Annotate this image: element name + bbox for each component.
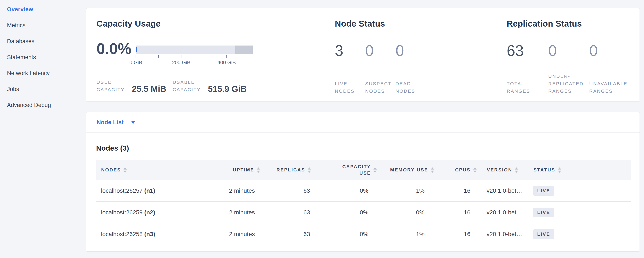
status-cell: LIVE — [526, 223, 631, 245]
live-nodes-stat: 3 LIVE NODES — [335, 43, 365, 95]
column-header-cpus[interactable]: CPUS — [437, 160, 480, 180]
column-header-version[interactable]: VERSION — [480, 160, 526, 180]
column-header-nodes[interactable]: NODES — [96, 160, 210, 180]
unavailable-ranges-value: 0 — [589, 43, 636, 59]
usable-capacity-value: 515.9 GiB — [208, 84, 246, 93]
axis-tick — [136, 55, 136, 58]
column-header-replicas[interactable]: REPLICAS — [263, 160, 314, 180]
nodes-table-wrap: NODES UPTIME REPLICAS — [96, 160, 631, 245]
total-ranges-value: 63 — [507, 43, 548, 59]
node-status-title: Node Status — [335, 19, 385, 29]
node-id: (n1) — [144, 187, 155, 194]
column-label: MEMORY USE — [390, 167, 428, 173]
capacity-use-cell: 0% — [314, 223, 380, 245]
column-label: CPUS — [455, 167, 471, 173]
column-header-uptime[interactable]: UPTIME — [210, 160, 263, 180]
column-header-capacity-use[interactable]: CAPACITY USE — [314, 160, 380, 180]
suspect-nodes-value: 0 — [365, 43, 396, 59]
sidebar-item-databases[interactable]: Databases — [7, 38, 51, 45]
unavailable-ranges-stat: 0 UNAVAILABLE RANGES — [589, 43, 636, 95]
used-capacity-label: USED CAPACITY — [96, 78, 124, 93]
unavailable-ranges-label: UNAVAILABLE RANGES — [589, 80, 636, 95]
axis-label-200gib: 200 GiB — [172, 60, 190, 66]
column-header-memory-use[interactable]: MEMORY USE — [380, 160, 437, 180]
table-row[interactable]: localhost:26259 (n2) 2 minutes 63 0% 0% … — [96, 202, 631, 223]
table-header-row: NODES UPTIME REPLICAS — [96, 160, 631, 180]
cpus-cell: 16 — [437, 223, 480, 245]
capacity-usage-title: Capacity Usage — [96, 19, 161, 29]
label-line: REPLICATED — [548, 80, 589, 87]
label-line: UNDER- — [548, 73, 589, 80]
sort-icon — [558, 167, 561, 173]
capacity-stats: USED CAPACITY 25.5 MiB USABLE CAPACITY 5… — [96, 78, 246, 93]
replication-status-stats: 63 TOTAL RANGES 0 UNDER- REPLICATED RANG… — [507, 43, 636, 95]
node-list-header-row: Node List — [86, 112, 640, 133]
sidebar-item-advanced-debug[interactable]: Advanced Debug — [7, 102, 51, 109]
replicas-cell: 63 — [263, 223, 314, 245]
capacity-bar-chart: 0 GiB 200 GiB 400 GiB — [136, 46, 253, 73]
node-status-stats: 3 LIVE NODES 0 SUSPECT NODES 0 DEAD NODE… — [335, 43, 430, 95]
uptime-cell: 2 minutes — [210, 202, 263, 223]
usable-capacity-label-line2: CAPACITY — [173, 86, 201, 93]
node-address: localhost:26257 — [101, 187, 142, 194]
node-list-dropdown-label: Node List — [96, 119, 124, 126]
sidebar-item-statements[interactable]: Statements — [7, 54, 51, 61]
sidebar-item-overview[interactable]: Overview — [7, 6, 51, 13]
status-badge: LIVE — [533, 229, 554, 239]
live-nodes-label: LIVE NODES — [335, 80, 365, 95]
replicas-cell: 63 — [263, 202, 314, 223]
status-cell: LIVE — [526, 202, 631, 223]
node-address-cell: localhost:26258 (n3) — [96, 223, 210, 245]
status-badge: LIVE — [533, 208, 554, 217]
label-line: RANGES — [589, 87, 636, 95]
suspect-nodes-label: SUSPECT NODES — [365, 80, 396, 95]
sort-icon — [124, 167, 127, 173]
total-ranges-label: TOTAL RANGES — [507, 80, 548, 95]
sort-icon — [473, 167, 476, 173]
sidebar: Overview Metrics Databases Statements Ne… — [7, 6, 51, 118]
status-badge: LIVE — [533, 186, 554, 196]
capacity-bar — [136, 46, 253, 54]
column-label: REPLICAS — [276, 167, 305, 173]
axis-label-400gib: 400 GiB — [218, 60, 236, 66]
nodes-table: NODES UPTIME REPLICAS — [96, 160, 631, 245]
version-cell: v20.1.0-bet… — [480, 223, 526, 245]
capacity-use-cell: 0% — [314, 202, 380, 223]
column-header-status[interactable]: STATUS — [526, 160, 631, 180]
node-list-dropdown[interactable]: Node List — [96, 119, 136, 126]
memory-use-cell: 1% — [380, 180, 437, 202]
capacity-bar-used-segment — [136, 47, 137, 52]
dead-nodes-value: 0 — [396, 43, 430, 59]
sort-icon — [374, 167, 377, 173]
axis-tick — [249, 55, 249, 58]
label-line: RANGES — [548, 87, 589, 95]
label-line: SUSPECT — [365, 80, 396, 87]
under-replicated-ranges-stat: 0 UNDER- REPLICATED RANGES — [548, 43, 589, 95]
used-capacity-label-line1: USED — [96, 78, 124, 86]
sidebar-item-jobs[interactable]: Jobs — [7, 86, 51, 93]
dead-nodes-stat: 0 DEAD NODES — [396, 43, 430, 95]
suspect-nodes-stat: 0 SUSPECT NODES — [365, 43, 396, 95]
axis-tick — [226, 55, 227, 58]
table-row[interactable]: localhost:26258 (n3) 2 minutes 63 0% 1% … — [96, 223, 631, 245]
uptime-cell: 2 minutes — [210, 223, 263, 245]
memory-use-cell: 1% — [380, 223, 437, 245]
sidebar-item-network-latency[interactable]: Network Latency — [7, 70, 51, 77]
nodes-count-heading: Nodes (3) — [96, 144, 640, 152]
usable-capacity-label-line1: USABLE — [173, 78, 201, 86]
replicas-cell: 63 — [263, 180, 314, 202]
axis-tick — [204, 55, 204, 58]
sidebar-item-metrics[interactable]: Metrics — [7, 22, 51, 29]
cpus-cell: 16 — [437, 202, 480, 223]
sort-icon — [515, 167, 518, 173]
column-label: VERSION — [487, 167, 512, 173]
under-replicated-ranges-label: UNDER- REPLICATED RANGES — [548, 73, 589, 95]
node-address-cell: localhost:26257 (n1) — [96, 180, 210, 202]
node-address: localhost:26259 — [101, 209, 142, 216]
cpus-cell: 16 — [437, 180, 480, 202]
table-row[interactable]: localhost:26257 (n1) 2 minutes 63 0% 1% … — [96, 180, 631, 202]
replication-status-title: Replication Status — [507, 19, 582, 29]
label-line: NODES — [365, 87, 396, 95]
node-list-card: Node List Nodes (3) NODES UPTIME — [86, 112, 640, 252]
axis-label-0gib: 0 GiB — [130, 60, 142, 66]
